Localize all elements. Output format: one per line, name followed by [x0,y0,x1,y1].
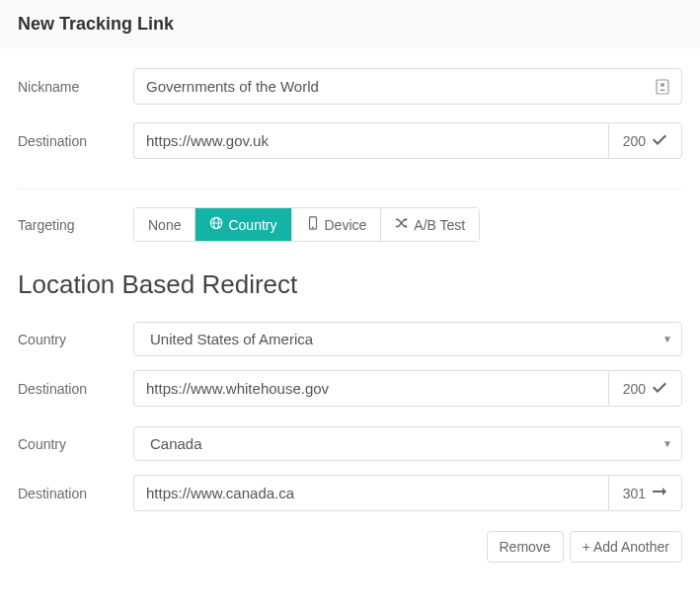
redirect-entry: Country United States of America ▼ Desti… [18,322,682,407]
destination-status-badge: 200 [608,122,682,159]
redirect-destination-wrap: 301 [133,475,682,511]
check-icon [652,380,667,397]
country-row: Country United States of America ▼ [18,322,682,356]
redirect-destination-input[interactable] [133,370,608,407]
destination-label: Destination [18,133,133,149]
redirect-destination-group: 200 [133,370,682,407]
destination-row: Destination 200 [18,122,682,159]
redirect-status-badge: 200 [608,370,682,407]
targeting-device-label: Device [325,217,367,233]
nickname-input-wrap [133,68,682,105]
targeting-abtest-label: A/B Test [414,217,465,233]
status-code: 301 [623,486,646,501]
targeting-none-button[interactable]: None [134,208,195,241]
nickname-label: Nickname [18,79,133,95]
contact-card-icon [655,79,670,95]
check-icon [652,132,667,149]
globe-icon [209,216,223,233]
targeting-label: Targeting [18,217,133,233]
redirect-destination-group: 301 [133,475,682,511]
nickname-input[interactable] [133,68,682,105]
targeting-none-label: None [148,217,181,233]
targeting-country-label: Country [228,217,276,233]
redirect-destination-input[interactable] [133,475,608,511]
redirect-destination-wrap: 200 [133,370,682,407]
targeting-abtest-button[interactable]: A/B Test [381,208,479,241]
redirect-destination-label: Destination [18,381,133,397]
page-title: New Tracking Link [18,14,682,35]
destination-input-group: 200 [133,122,682,159]
targeting-device-button[interactable]: Device [292,208,382,241]
redirect-section-title: Location Based Redirect [18,269,682,300]
footer-actions: Remove + Add Another [18,531,682,563]
page-header: New Tracking Link [0,0,700,48]
country-select[interactable]: United States of America [133,322,682,356]
status-code: 200 [623,381,646,397]
redirect-status-badge: 301 [608,475,682,511]
status-code: 200 [623,133,646,149]
shuffle-icon [395,216,409,233]
nickname-row: Nickname [18,68,682,105]
svg-point-1 [661,83,664,87]
add-another-button[interactable]: + Add Another [570,531,682,563]
country-select-wrap: Canada ▼ [133,426,682,461]
redirect-entry: Country Canada ▼ Destination 301 [18,426,682,511]
country-label: Country [18,436,133,452]
targeting-button-group: None Country [133,207,480,242]
redirect-destination-label: Destination [18,486,133,501]
device-icon [306,216,320,233]
targeting-country-button[interactable]: Country [195,208,291,241]
arrow-right-icon [652,485,667,501]
form-content: Nickname Destination 200 [0,48,700,582]
redirect-destination-row: Destination 301 [18,475,682,511]
country-select[interactable]: Canada [133,426,682,461]
remove-button[interactable]: Remove [487,531,564,563]
targeting-row: Targeting None Country [18,207,682,242]
country-row: Country Canada ▼ [18,426,682,461]
divider [18,189,682,189]
redirect-destination-row: Destination 200 [18,370,682,407]
destination-input[interactable] [133,122,608,159]
country-select-wrap: United States of America ▼ [133,322,682,356]
destination-input-wrap: 200 [133,122,682,159]
country-label: Country [18,332,133,347]
